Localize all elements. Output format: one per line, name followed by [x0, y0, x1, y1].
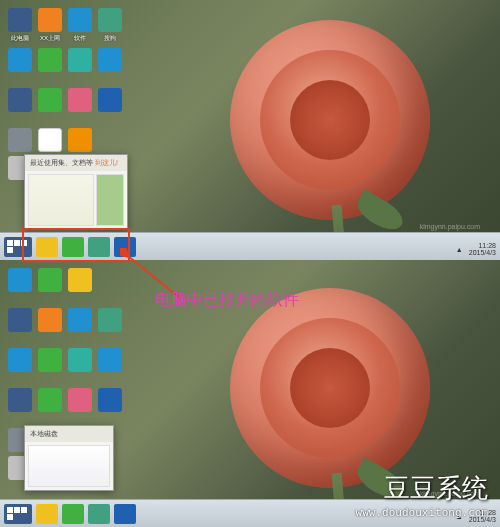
- this-pc-icon[interactable]: [8, 8, 32, 32]
- recycle-bin-icon[interactable]: [8, 388, 32, 412]
- watermark: 豆豆系统 www.doudouxitong.com: [356, 471, 488, 519]
- app-icon[interactable]: [98, 348, 122, 372]
- thumbnail-title: 本地磁盘: [25, 426, 113, 442]
- ie-icon[interactable]: [8, 348, 32, 372]
- clock-time: 11:28: [478, 242, 496, 249]
- taskbar-thumbnail[interactable]: 本地磁盘: [24, 425, 114, 491]
- qq-icon[interactable]: [38, 128, 62, 152]
- app-icon[interactable]: [68, 8, 92, 32]
- watermark-url: www.doudouxitong.com: [356, 506, 488, 519]
- taskbar-app-icon[interactable]: [62, 237, 84, 257]
- app-icon[interactable]: [38, 308, 62, 332]
- clock-date: 2015/4/3: [469, 249, 496, 256]
- app-icon[interactable]: [98, 48, 122, 72]
- wps-icon[interactable]: [98, 388, 122, 412]
- taskbar-explorer-icon[interactable]: [36, 237, 58, 257]
- app-icon[interactable]: [68, 48, 92, 72]
- watermark-title: 豆豆系统: [356, 471, 488, 506]
- taskbar-wps-icon[interactable]: [114, 237, 136, 257]
- thumb-pane: [96, 174, 124, 226]
- iqiyi-icon[interactable]: [38, 88, 62, 112]
- app-icon[interactable]: [8, 128, 32, 152]
- dahlia-flower: [230, 288, 430, 488]
- ie-icon[interactable]: [8, 268, 32, 292]
- taskbar-thumbnail[interactable]: 最近使用集、文档等 到这儿!: [24, 154, 128, 230]
- ie-icon[interactable]: [8, 48, 32, 72]
- pptv-icon[interactable]: [68, 128, 92, 152]
- app-icon[interactable]: [68, 388, 92, 412]
- tray-icon[interactable]: ▲: [456, 246, 463, 253]
- taskbar-app-icon[interactable]: [62, 504, 84, 524]
- wps-icon[interactable]: [98, 88, 122, 112]
- app-icon[interactable]: [38, 348, 62, 372]
- annotation-text: 电脑中已打开的软件: [155, 290, 299, 311]
- 360-icon[interactable]: [38, 268, 62, 292]
- wallpaper-credit: klmgynn.paipu.com: [420, 223, 480, 230]
- system-tray[interactable]: ▲ 11:28 2015/4/3: [456, 242, 496, 256]
- 360-icon[interactable]: [38, 48, 62, 72]
- start-button[interactable]: [4, 237, 32, 257]
- recycle-bin-icon[interactable]: [8, 88, 32, 112]
- icon-label: 搜狗: [90, 34, 130, 43]
- taskbar-wps-icon[interactable]: [114, 504, 136, 524]
- thumb-pane: [28, 445, 110, 487]
- taskbar-sogou-icon[interactable]: [88, 237, 110, 257]
- dahlia-flower: [230, 20, 430, 220]
- this-pc-icon[interactable]: [8, 308, 32, 332]
- app-icon[interactable]: [38, 8, 62, 32]
- iqiyi-icon[interactable]: [38, 388, 62, 412]
- thumb-pane: [28, 174, 94, 226]
- app-icon[interactable]: [68, 88, 92, 112]
- thumbnail-title: 最近使用集、文档等 到这儿!: [25, 155, 127, 171]
- taskbar-sogou-icon[interactable]: [88, 504, 110, 524]
- screenshot-top: klmgynn.paipu.com 此电脑 XX上网 软件 搜狗 最近使用集、文…: [0, 0, 500, 260]
- app-icon[interactable]: [68, 348, 92, 372]
- app-icon[interactable]: [68, 268, 92, 292]
- taskbar-explorer-icon[interactable]: [36, 504, 58, 524]
- sogou-icon[interactable]: [98, 308, 122, 332]
- start-button[interactable]: [4, 504, 32, 524]
- taskbar: ▲ 11:28 2015/4/3: [0, 232, 500, 260]
- app-icon[interactable]: [68, 308, 92, 332]
- sogou-icon[interactable]: [98, 8, 122, 32]
